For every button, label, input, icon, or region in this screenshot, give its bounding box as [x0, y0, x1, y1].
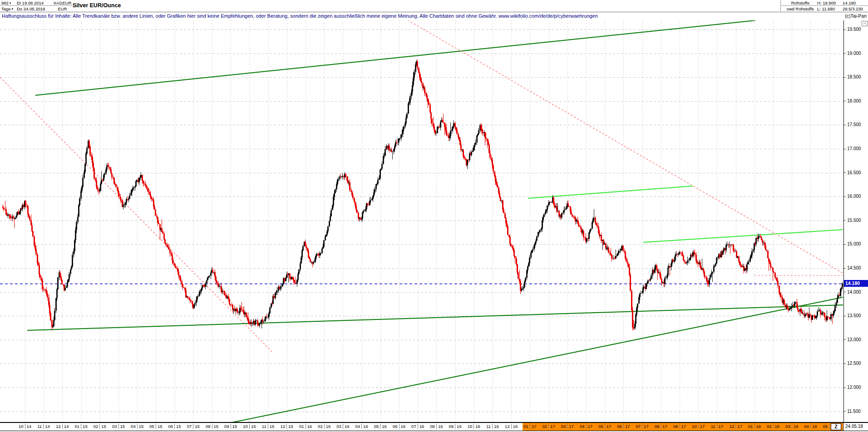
y-tick-label: 13.000	[847, 337, 861, 342]
x-axis-label: 0415	[129, 424, 145, 429]
change-header: 29.5/3.230	[840, 6, 868, 11]
period-low-label: L: 11.680	[814, 6, 843, 11]
period-label: Tage	[1, 6, 11, 11]
x-axis-label: 0715	[185, 424, 202, 429]
last-price-tag: 14.180	[844, 280, 868, 287]
x-axis-label: 0316	[335, 424, 351, 429]
y-tick-mark	[844, 292, 846, 292]
y-tick-mark	[844, 125, 846, 125]
x-axis-label: 0118	[746, 424, 763, 429]
y-tick-mark	[844, 316, 846, 316]
y-tick-mark	[844, 220, 846, 221]
x-axis-label: 0915	[222, 424, 239, 429]
y-tick-label: 12.500	[847, 361, 861, 366]
x-axis-label: 1017	[690, 424, 706, 429]
currency-label: EUR	[50, 6, 74, 11]
y-tick-label: 14.500	[847, 265, 861, 270]
zoom-button[interactable]: Z	[831, 423, 841, 430]
group-label: Rohstoffe	[780, 0, 818, 6]
x-axis-label: 0416	[354, 424, 370, 429]
y-tick-mark	[844, 339, 846, 340]
x-axis-label: 0816	[428, 424, 444, 429]
y-tick-label: 16.000	[847, 194, 861, 199]
x-axis-label: 0217	[541, 424, 557, 429]
y-tick-mark	[844, 149, 846, 149]
minimize-icon[interactable]: −	[862, 21, 868, 26]
x-axis-label: 0317	[559, 424, 576, 429]
x-axis-label: 1217	[728, 424, 744, 429]
price-chart-canvas[interactable]	[0, 0, 868, 432]
y-tick-label: 19.500	[847, 27, 861, 32]
y-tick-mark	[844, 77, 846, 78]
axis-divider	[843, 423, 843, 431]
y-tick-label: 15.500	[847, 218, 861, 223]
y-tick-label: 16.500	[847, 170, 861, 175]
y-tick-mark	[844, 363, 846, 364]
symbol-label: XAGEUR	[50, 0, 74, 6]
y-tick-mark	[844, 244, 846, 245]
x-axis-label: 0215	[92, 424, 108, 429]
x-axis-label: 0516	[372, 424, 389, 429]
x-axis-label: 0417	[578, 424, 594, 429]
y-tick-label: 15.000	[847, 241, 861, 246]
y-tick-label: 19.000	[847, 51, 861, 56]
y-tick-mark	[844, 388, 846, 388]
start-date-field[interactable]: Di 19.08.2014	[15, 0, 52, 6]
x-axis-label: 1216	[503, 424, 519, 429]
y-tick-label: 18.000	[847, 98, 861, 103]
axis-corner-date: 24.05.18	[845, 424, 863, 429]
x-axis-label: 1115	[260, 424, 276, 429]
x-axis-label: 1114	[35, 424, 52, 429]
disclaimer-row: Haftungsausschluss für Inhalte: Alle Tre…	[0, 12, 868, 20]
y-tick-label: 11.500	[847, 409, 861, 414]
disclaimer-text: Haftungsausschluss für Inhalte: Alle Tre…	[2, 13, 598, 19]
x-axis-label: 0116	[297, 424, 314, 429]
copyright-label: (c)Tai-Pan	[843, 13, 867, 19]
feed-label: vwd Rohstoffe	[780, 6, 818, 11]
y-tick-label: 12.000	[847, 385, 861, 390]
x-axis-label: 1014	[17, 424, 33, 429]
period-dropdown[interactable]: Tage▾	[0, 6, 17, 11]
x-axis-label: 0117	[522, 424, 538, 429]
x-axis-label: 0617	[615, 424, 631, 429]
y-tick-label: 14.000	[847, 290, 861, 295]
x-axis-label: 0615	[167, 424, 183, 429]
y-tick-mark	[844, 53, 846, 54]
x-axis-label: 0515	[148, 424, 164, 429]
last-price-header: 14.180	[840, 0, 868, 6]
x-axis-label: 1015	[241, 424, 257, 429]
y-tick-mark	[844, 29, 846, 30]
x-axis-label: 0517	[597, 424, 613, 429]
y-tick-label: 17.500	[847, 122, 861, 127]
x-axis-label: 0318	[784, 424, 800, 429]
x-axis-label: 0616	[391, 424, 407, 429]
bars-count: 982	[1, 0, 9, 5]
x-axis-label: 0716	[409, 424, 426, 429]
y-tick-mark	[844, 196, 846, 197]
y-tick-label: 18.500	[847, 74, 861, 79]
x-axis[interactable]: 1014111412140115021503150415051506150715…	[0, 422, 868, 431]
x-axis-label: 0916	[447, 424, 464, 429]
y-tick-mark	[844, 172, 846, 173]
page-title: Silver EUR/Ounce	[73, 0, 121, 12]
y-tick-mark	[844, 268, 846, 269]
x-axis-label: 0917	[671, 424, 688, 429]
period-high-label: H: 18.900	[814, 0, 843, 6]
x-axis-label: 1214	[54, 424, 70, 429]
chevron-down-icon: ▾	[10, 1, 11, 5]
x-axis-label: 0717	[634, 424, 651, 429]
x-axis-label: 0418	[802, 424, 819, 429]
y-tick-mark	[844, 101, 846, 101]
y-tick-label: 17.000	[847, 146, 861, 151]
x-axis-label: 0315	[110, 424, 127, 429]
header-bar: 982▾ Tage▾ Di 19.08.2014 Do 24.05.2018 X…	[0, 0, 868, 12]
x-axis-label: 0218	[765, 424, 781, 429]
x-axis-label: 0216	[316, 424, 332, 429]
x-axis-label: 0817	[653, 424, 669, 429]
x-axis-label: 1116	[484, 424, 501, 429]
x-axis-label: 0815	[204, 424, 220, 429]
end-date-field[interactable]: Do 24.05.2018	[15, 6, 52, 11]
x-axis-label: 0115	[73, 424, 89, 429]
x-axis-label: 1215	[279, 424, 295, 429]
bars-count-dropdown[interactable]: 982▾	[0, 0, 17, 6]
